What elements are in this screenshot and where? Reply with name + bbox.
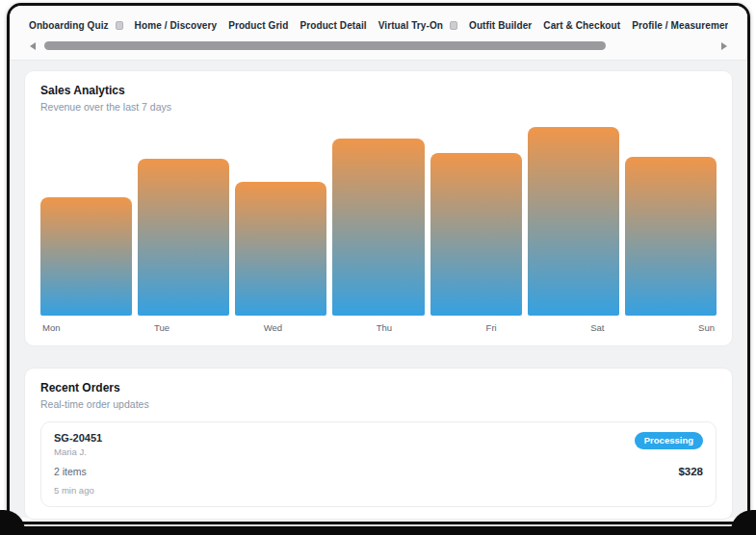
app-window: Onboarding Quiz Home / Discovery Product… <box>7 3 750 524</box>
axis-label-sun: Sun <box>698 322 715 333</box>
main-content: Sales Analytics Revenue over the last 7 … <box>10 61 747 518</box>
chart-bar-sat <box>528 127 619 316</box>
tab-cart-checkout[interactable]: Cart & Checkout <box>543 20 620 31</box>
order-id: SG-20451 <box>54 432 102 444</box>
chart-bar-fri <box>430 153 522 316</box>
chart-bar-wed <box>235 182 326 316</box>
tab-scrollbar <box>29 41 728 50</box>
scroll-left-icon[interactable] <box>30 42 36 50</box>
axis-label-mon: Mon <box>42 322 60 333</box>
recent-orders-card: Recent Orders Real-time order updates SG… <box>24 368 733 520</box>
sales-analytics-card: Sales Analytics Revenue over the last 7 … <box>24 70 733 346</box>
tab-virtual-try-on[interactable]: Virtual Try-On <box>378 20 457 31</box>
scrollbar-thumb[interactable] <box>44 41 606 50</box>
tab-label: Virtual Try-On <box>378 20 443 31</box>
chart-bar-thu <box>332 139 424 316</box>
order-amount: $328 <box>678 466 703 477</box>
tab-outfit-builder[interactable]: Outfit Builder <box>469 20 532 31</box>
order-status-badge: Processing <box>635 432 703 449</box>
tab-label: Profile / Measurements <box>632 20 728 31</box>
chart-bar-sun <box>625 157 717 316</box>
tab-label: Outfit Builder <box>469 20 532 31</box>
tab-label: Onboarding Quiz <box>29 20 109 31</box>
x-axis-labels: Mon Tue Wed Thu Fri Sat Sun <box>40 322 717 334</box>
card-subtitle: Real-time order updates <box>40 398 717 410</box>
tab-product-detail[interactable]: Product Detail <box>300 20 366 31</box>
chart-bar-tue <box>138 159 229 316</box>
tab-home-discovery[interactable]: Home / Discovery <box>135 20 218 31</box>
tab-product-grid[interactable]: Product Grid <box>228 20 288 31</box>
tab-label: Home / Discovery <box>135 20 218 31</box>
image-icon <box>116 21 123 30</box>
axis-label-wed: Wed <box>264 322 282 333</box>
chart-bar-mon <box>40 197 132 316</box>
card-subtitle: Revenue over the last 7 days <box>40 101 717 113</box>
order-items-count: 2 items <box>54 466 87 477</box>
axis-label-sat: Sat <box>590 322 604 333</box>
order-customer: Maria J. <box>54 446 102 457</box>
axis-label-tue: Tue <box>154 322 169 333</box>
tab-strip: Onboarding Quiz Home / Discovery Product… <box>29 20 728 31</box>
tab-onboarding-quiz[interactable]: Onboarding Quiz <box>29 20 123 31</box>
axis-label-thu: Thu <box>377 322 392 333</box>
window-bottom-edge <box>0 526 756 535</box>
card-title: Recent Orders <box>40 381 717 395</box>
tab-label: Product Detail <box>300 20 366 31</box>
tab-bar: Onboarding Quiz Home / Discovery Product… <box>10 6 747 61</box>
tab-label: Cart & Checkout <box>543 20 620 31</box>
order-list-item[interactable]: SG-20451 Maria J. Processing 2 items $32… <box>40 421 717 507</box>
tab-label: Product Grid <box>228 20 288 31</box>
order-timestamp: 5 min ago <box>54 485 703 496</box>
tab-profile-measurements[interactable]: Profile / Measurements <box>632 20 728 31</box>
scroll-right-icon[interactable] <box>721 42 727 50</box>
scrollbar-track[interactable] <box>44 41 713 50</box>
revenue-bar-chart <box>40 127 717 316</box>
axis-label-fri: Fri <box>486 322 497 333</box>
image-icon <box>450 21 457 30</box>
card-title: Sales Analytics <box>40 84 717 97</box>
